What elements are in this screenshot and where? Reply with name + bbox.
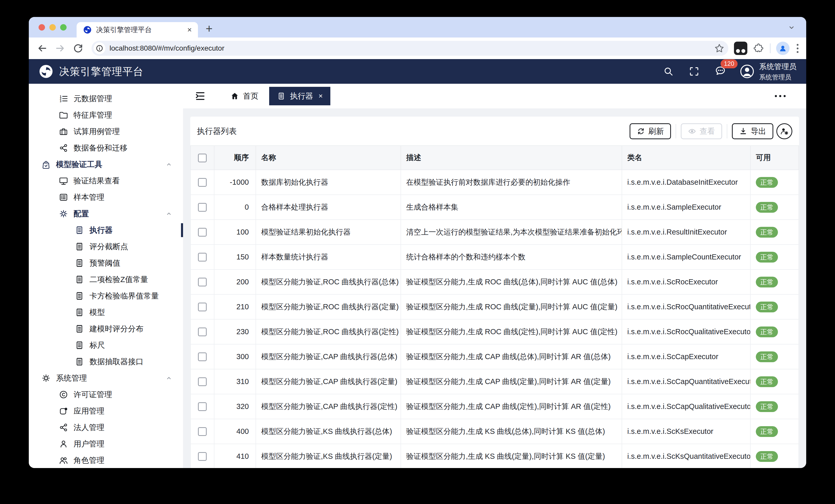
- cell-desc: 生成合格样本集: [401, 195, 622, 219]
- cell-order: 320: [214, 394, 256, 419]
- executor-table: 顺序 名称 描述 类名 可用 -1000 数据库初始化执行器 在模型验证执行前对…: [190, 145, 799, 468]
- table-row: 210 模型区分能力验证,ROC 曲线执行器(定量) 验证模型区分能力,生成 R…: [190, 294, 799, 319]
- user-info[interactable]: 系统管理员 系统管理员: [759, 62, 796, 81]
- cell-desc: 验证模型区分能力,生成 ROC 曲线(总体),同时计算 AUC 值(总体): [401, 270, 622, 294]
- tab-executor-label: 执行器: [290, 91, 313, 102]
- app-title: 决策引擎管理平台: [59, 64, 143, 79]
- row-checkbox[interactable]: [198, 178, 207, 187]
- cell-order: 230: [214, 319, 256, 344]
- sidebar-item[interactable]: 二项检验Z值常量: [29, 271, 183, 288]
- receipt-icon: [75, 258, 84, 268]
- sidebar-item[interactable]: 系统管理: [29, 370, 183, 386]
- page-tab-bar: 首页 执行器 ×: [183, 84, 806, 108]
- sidebar-item[interactable]: 角色管理: [29, 452, 183, 468]
- row-checkbox[interactable]: [198, 377, 207, 386]
- row-checkbox[interactable]: [198, 353, 207, 361]
- reload-icon[interactable]: [73, 43, 84, 54]
- row-checkbox[interactable]: [198, 302, 207, 311]
- cell-name: 模型区分能力验证,ROC 曲线执行器(定量): [256, 294, 401, 319]
- back-icon[interactable]: [37, 43, 48, 54]
- select-all-checkbox[interactable]: [198, 154, 207, 162]
- extensions-puzzle-icon[interactable]: [753, 43, 764, 54]
- row-checkbox[interactable]: [198, 228, 207, 236]
- browser-tab[interactable]: 决策引擎管理平台 ×: [77, 22, 198, 38]
- sidebar: 123 元数据管理 特征库管理 试算用例管理 数据备份和迁移 模型验证工具 验证…: [29, 84, 183, 468]
- refresh-button[interactable]: 刷新: [630, 123, 671, 139]
- row-checkbox[interactable]: [198, 328, 207, 336]
- new-tab-button[interactable]: +: [206, 23, 212, 35]
- sidebar-collapse-icon[interactable]: [195, 90, 206, 102]
- sidebar-item[interactable]: 验证结果查看: [29, 173, 183, 189]
- cell-class: i.s.e.m.v.e.i.ScRocQuantitativeExecutor: [622, 294, 750, 319]
- row-checkbox[interactable]: [198, 427, 207, 436]
- sidebar-item[interactable]: 卡方检验临界值常量: [29, 288, 183, 304]
- chevron-down-icon[interactable]: [788, 24, 795, 31]
- url-text[interactable]: localhost:8080/#/mv/config/executor: [109, 44, 714, 52]
- sidebar-item[interactable]: 许可证管理: [29, 386, 183, 403]
- sidebar-item[interactable]: 模型: [29, 304, 183, 320]
- sidebar-item-label: 执行器: [89, 225, 113, 235]
- sidebar-item[interactable]: 配置: [29, 206, 183, 222]
- sidebar-item[interactable]: 数据备份和迁移: [29, 140, 183, 156]
- close-window-button[interactable]: [39, 24, 45, 30]
- sidebar-item[interactable]: 标尺: [29, 337, 183, 354]
- sidebar-item-label: 配置: [74, 209, 89, 219]
- tab-close-icon[interactable]: ×: [319, 92, 323, 100]
- status-badge: 正常: [756, 227, 778, 238]
- sidebar-item[interactable]: 预警阈值: [29, 255, 183, 271]
- cell-desc: 验证模型区分能力,生成 ROC 曲线(定量),同时计算 AUC 值(定量): [401, 294, 622, 319]
- table-row: 310 模型区分能力验证,CAP 曲线执行器(定量) 验证模型区分能力,生成 C…: [190, 369, 799, 394]
- fullscreen-icon[interactable]: [689, 66, 699, 77]
- sidebar-item[interactable]: 法人管理: [29, 419, 183, 436]
- maximize-window-button[interactable]: [60, 24, 66, 30]
- tab-close-icon[interactable]: ×: [187, 25, 192, 34]
- sidebar-item-label: 角色管理: [74, 455, 104, 466]
- sidebar-item[interactable]: 建模时评分分布: [29, 320, 183, 337]
- header-order: 顺序: [214, 146, 256, 170]
- bookmark-star-icon[interactable]: [714, 43, 725, 54]
- sidebar-item[interactable]: 数据抽取器接口: [29, 354, 183, 370]
- minimize-window-button[interactable]: [49, 24, 56, 30]
- view-button[interactable]: 查看: [681, 123, 722, 139]
- tab-home[interactable]: 首页: [230, 91, 258, 102]
- sidebar-item[interactable]: 123 元数据管理: [29, 90, 183, 107]
- sidebar-item[interactable]: 试算用例管理: [29, 123, 183, 140]
- message-count-badge: 120: [720, 59, 737, 68]
- row-checkbox[interactable]: [198, 278, 207, 287]
- copyright-icon: [59, 390, 68, 399]
- cell-order: 210: [214, 294, 256, 319]
- export-button[interactable]: 导出: [732, 123, 773, 139]
- folder-icon: [59, 110, 68, 120]
- sidebar-item[interactable]: 特征库管理: [29, 107, 183, 123]
- forward-icon[interactable]: [55, 43, 66, 54]
- column-settings-button[interactable]: [776, 123, 792, 139]
- browser-menu-icon[interactable]: [797, 44, 798, 53]
- sidebar-item-label: 试算用例管理: [74, 126, 120, 137]
- sidebar-item[interactable]: 模型验证工具: [29, 156, 183, 173]
- user-avatar[interactable]: [740, 64, 755, 79]
- sidebar-item[interactable]: 样本管理: [29, 189, 183, 206]
- row-checkbox[interactable]: [198, 402, 207, 411]
- address-bar[interactable]: localhost:8080/#/mv/config/executor: [91, 41, 728, 56]
- sidebar-item-label: 用户管理: [74, 439, 104, 449]
- row-checkbox[interactable]: [198, 253, 207, 261]
- messages-button[interactable]: 120: [714, 65, 726, 78]
- sidebar-item[interactable]: 评分截断点: [29, 238, 183, 255]
- tab-executor[interactable]: 执行器 ×: [269, 87, 330, 105]
- status-badge: 正常: [756, 426, 778, 437]
- cell-name: 模型区分能力验证,KS 曲线执行器(总体): [256, 419, 401, 444]
- toolbar-divider: [770, 43, 771, 53]
- status-badge: 正常: [756, 352, 778, 362]
- sidebar-item[interactable]: 用户管理: [29, 436, 183, 452]
- site-info-icon[interactable]: [94, 42, 105, 54]
- page-body: 执行器列表 刷新: [183, 108, 806, 468]
- row-checkbox[interactable]: [198, 452, 207, 461]
- receipt-icon: [75, 357, 84, 366]
- browser-profile-avatar[interactable]: [776, 42, 790, 55]
- extension-button[interactable]: [734, 42, 747, 55]
- row-checkbox[interactable]: [198, 203, 207, 212]
- tab-more-icon[interactable]: [775, 95, 786, 97]
- search-icon[interactable]: [663, 66, 674, 77]
- sidebar-item[interactable]: 执行器: [29, 222, 183, 238]
- sidebar-item[interactable]: 应用管理: [29, 403, 183, 419]
